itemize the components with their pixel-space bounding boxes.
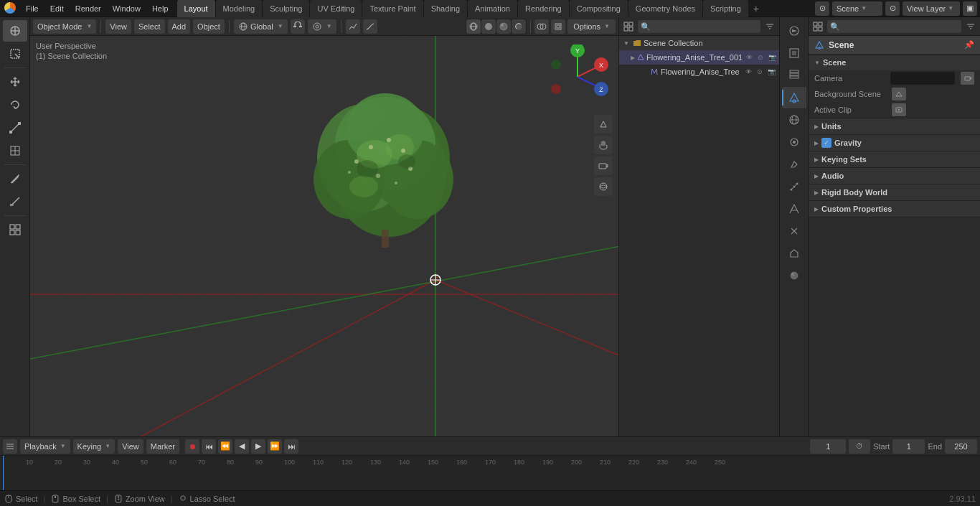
navigation-gizmo[interactable]: X Z Y — [545, 44, 610, 109]
tab-sculpting[interactable]: Sculpting — [263, 0, 309, 17]
tab-uv-editing[interactable]: UV Editing — [310, 0, 362, 17]
active-clip-icon[interactable] — [892, 103, 906, 116]
prop-render[interactable] — [782, 20, 806, 42]
rigid-body-header[interactable]: ▶ Rigid Body World — [809, 184, 980, 200]
viewport-orbit-btn[interactable] — [594, 136, 613, 154]
tab-layout[interactable]: Layout — [177, 0, 215, 17]
prev-keyframe-btn[interactable]: ⏪ — [218, 439, 232, 454]
menu-edit[interactable]: Edit — [44, 0, 70, 17]
scene-props-mode-icon[interactable] — [811, 20, 824, 33]
prop-material[interactable] — [782, 265, 806, 286]
timeline-track[interactable]: 10 20 30 40 50 60 70 80 90 100 110 120 1… — [0, 456, 980, 490]
prop-object[interactable] — [782, 131, 806, 153]
item1-select[interactable]: ⊙ — [755, 52, 765, 62]
reverse-play-btn[interactable]: ◀ — [235, 439, 249, 454]
timeline-playhead[interactable] — [3, 456, 4, 490]
next-keyframe-btn[interactable]: ⏩ — [268, 439, 282, 454]
add-workspace-button[interactable]: + — [749, 1, 763, 16]
tool-select-box[interactable] — [3, 43, 27, 65]
tab-scripting[interactable]: Scripting — [703, 0, 748, 17]
xray-toggle[interactable] — [551, 19, 565, 34]
scene-props-filter[interactable] — [964, 20, 977, 33]
menu-file[interactable]: File — [20, 0, 44, 17]
playback-menu[interactable]: Playback ▼ — [20, 439, 70, 454]
start-frame-input[interactable] — [892, 439, 925, 454]
custom-props-header[interactable]: ▶ Custom Properties — [809, 201, 980, 217]
outliner-filter-btn[interactable] — [763, 20, 776, 33]
curve-icon-btn[interactable] — [363, 19, 377, 34]
prop-constraints[interactable] — [782, 220, 806, 242]
outliner-mode-icon[interactable] — [622, 20, 635, 33]
tab-shading[interactable]: Shading — [424, 0, 467, 17]
viewport-view-menu[interactable]: View — [105, 19, 131, 34]
snap-toggle[interactable] — [291, 19, 305, 34]
audio-section-header[interactable]: ▶ Audio — [809, 168, 980, 184]
menu-window[interactable]: Window — [107, 0, 146, 17]
tab-texture-paint[interactable]: Texture Paint — [362, 0, 423, 17]
object-mode-selector[interactable]: Object Mode ▼ — [33, 19, 96, 34]
viewport-select-menu[interactable]: Select — [134, 19, 165, 34]
item2-select[interactable]: ⊙ — [755, 67, 765, 77]
tab-rendering[interactable]: Rendering — [518, 0, 569, 17]
item1-render[interactable]: 📷 — [767, 52, 777, 62]
tool-annotate[interactable] — [3, 168, 27, 189]
gravity-checkbox[interactable]: ✓ — [821, 138, 831, 148]
prop-particles[interactable] — [782, 176, 806, 197]
item2-render[interactable]: 📷 — [766, 67, 776, 77]
rendered-btn[interactable] — [512, 19, 526, 34]
keying-menu[interactable]: Keying ▼ — [73, 439, 116, 454]
prop-data[interactable] — [782, 243, 806, 264]
viewport-add-menu[interactable]: Add — [168, 19, 191, 34]
scene-props-search[interactable] — [827, 20, 961, 33]
engine-icon[interactable]: ⊙ — [815, 1, 829, 16]
wireframe-btn[interactable] — [466, 19, 481, 34]
item2-eye[interactable]: 👁 — [743, 67, 753, 77]
viewport-zoom-btn[interactable] — [594, 156, 613, 175]
scene-section-header[interactable]: ▼ Scene — [809, 55, 980, 70]
current-frame-input[interactable] — [810, 439, 846, 454]
prop-modifier[interactable] — [782, 154, 806, 175]
view-layer-icon[interactable]: ▣ — [963, 1, 977, 16]
marker-menu[interactable]: Marker — [146, 439, 179, 454]
units-section-header[interactable]: ▶ Units — [809, 118, 980, 134]
jump-first-btn[interactable]: ⏮ — [202, 439, 216, 454]
options-button[interactable]: Options ▼ — [567, 19, 616, 34]
tool-scale[interactable] — [3, 117, 27, 139]
tool-cursor[interactable] — [3, 20, 27, 42]
camera-select-btn[interactable] — [961, 72, 974, 85]
menu-help[interactable]: Help — [146, 0, 174, 17]
tab-modeling[interactable]: Modeling — [216, 0, 263, 17]
transform-global-selector[interactable]: Global ▼ — [234, 19, 288, 34]
material-preview-btn[interactable] — [496, 19, 511, 34]
view-layer-selector[interactable]: View Layer ▼ — [903, 1, 960, 16]
solid-btn[interactable] — [481, 19, 496, 34]
tool-transform[interactable] — [3, 140, 27, 161]
play-btn[interactable]: ▶ — [251, 439, 265, 454]
graph-icon-btn[interactable] — [346, 19, 360, 34]
scene-pin-btn[interactable]: 📌 — [964, 40, 974, 50]
keying-sets-header[interactable]: ▶ Keying Sets — [809, 151, 980, 167]
view-menu[interactable]: View — [118, 439, 143, 454]
viewport-pan-btn[interactable] — [594, 115, 613, 133]
scene-icon[interactable]: ⊙ — [885, 1, 900, 16]
tab-geometry-nodes[interactable]: Geometry Nodes — [628, 0, 702, 17]
overlay-toggle[interactable] — [534, 19, 549, 34]
tab-compositing[interactable]: Compositing — [570, 0, 628, 17]
tool-measure[interactable] — [3, 191, 27, 212]
tool-add[interactable] — [3, 219, 27, 240]
tab-animation[interactable]: Animation — [468, 0, 517, 17]
scene-selector[interactable]: Scene ▼ — [832, 1, 882, 16]
camera-value[interactable] — [890, 72, 955, 85]
item1-eye[interactable]: 👁 — [744, 52, 754, 62]
scene-collection-row[interactable]: ▼ Scene Collection — [619, 36, 779, 50]
prop-scene[interactable] — [782, 87, 806, 108]
menu-render[interactable]: Render — [70, 0, 107, 17]
gravity-section-header[interactable]: ▶ ✓ Gravity — [809, 135, 980, 151]
outliner-item-1[interactable]: ▶ Flowering_Anise_Tree_001 👁 ⊙ 📷 — [619, 50, 779, 65]
end-frame-input[interactable] — [945, 439, 977, 454]
prop-physics[interactable] — [782, 198, 806, 220]
background-scene-icon[interactable] — [892, 88, 906, 100]
outliner-search[interactable] — [638, 20, 760, 33]
timeline-mode-icon[interactable] — [3, 439, 17, 454]
viewport-fly-btn[interactable] — [594, 177, 613, 196]
